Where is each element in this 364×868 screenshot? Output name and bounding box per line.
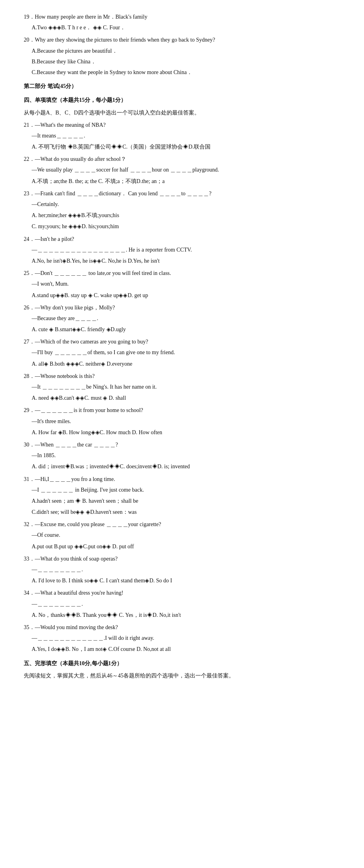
q26-options: A. cute ◈ B.smart◈◈C. friendly ◈D.ugly xyxy=(24,324,340,334)
question-32: 32．—Excuse me, could you please ＿＿＿＿your… xyxy=(24,519,340,551)
q34-answer: —＿＿＿＿＿＿＿＿. xyxy=(24,599,340,609)
q26-answer: —Because they are＿＿＿＿. xyxy=(24,313,340,323)
q31-optionsB: C.didn't see; will be◈◈ ◈D.haven't seen：… xyxy=(24,507,340,517)
q31-answer: —I ＿＿＿＿＿＿ in Beijing. I've just come bac… xyxy=(24,485,340,495)
q20-optionC: C.Because they want the people in Sydney… xyxy=(32,67,340,77)
q21-answer: —It means＿＿＿＿＿. xyxy=(24,131,340,141)
q25-text: 25．—Don't ＿＿＿＿＿＿ too late,or you will fe… xyxy=(24,268,340,278)
q23-optionsA: A. her;mine;her ◈◈◈B.不填;yours;his xyxy=(24,210,340,220)
q23-text: 23．—Frank can't find ＿＿＿＿dictionary． Can… xyxy=(24,189,340,198)
question-20: 20．Why are they showing the pictures to … xyxy=(24,35,340,77)
section2-header: 第二部分 笔试(45分） xyxy=(24,81,340,91)
q34-text: 34．—What a beautiful dress you're having… xyxy=(24,588,340,598)
q28-text: 28．—Whose notebook is this? xyxy=(24,371,340,381)
q31-optionsA: A.hadn't seen；am ◈ B. haven't seen；shall… xyxy=(24,496,340,506)
question-26: 26．—Why don't you like pigs，Molly? —Beca… xyxy=(24,303,340,335)
question-35: 35．—Would you mind moving the desk? —＿＿＿… xyxy=(24,622,340,654)
q32-options: A.put out B.put up ◈◈C.put on◈◈ D. put o… xyxy=(24,542,340,551)
page-content: 19．How many people are there in Mr．Black… xyxy=(24,12,340,681)
q24-options: A.No, he isn't◈B.Yes, he is◈◈C. No,he is… xyxy=(24,256,340,266)
q30-options: A. did；invent◈B.was；invented◈◈C. does;in… xyxy=(24,462,340,471)
question-34: 34．—What a beautiful dress you're having… xyxy=(24,588,340,620)
q32-text: 32．—Excuse me, could you please ＿＿＿＿your… xyxy=(24,519,340,529)
section5-desc: 先阅读短文，掌握其大意，然后从46～45各题所给的四个选项中，选出一个最佳答案。 xyxy=(24,671,340,681)
question-21: 21．—What's the meaning of NBA? —It means… xyxy=(24,120,340,152)
q28-answer: —It ＿＿＿＿＿＿＿＿be Ning's. It has her name o… xyxy=(24,382,340,392)
q22-text: 22．—What do you usually do after school？ xyxy=(24,154,340,164)
q24-answer: —＿＿＿＿＿＿＿＿＿＿＿＿＿＿＿＿. He is a reporter from… xyxy=(24,245,340,255)
question-27: 27．—Which of the two cameras are you goi… xyxy=(24,337,340,369)
question-19: 19．How many people are there in Mr．Black… xyxy=(24,12,340,32)
question-24: 24．—Isn't he a pilot? —＿＿＿＿＿＿＿＿＿＿＿＿＿＿＿＿.… xyxy=(24,234,340,266)
q33-answer: —＿＿＿＿＿＿＿＿. xyxy=(24,565,340,574)
q21-options: A. 不明飞行物 ◈B.英国广播公司◈◈C.（美国）全国篮球协会◈D.联合国 xyxy=(24,142,340,152)
q25-answer: —I won't, Mum. xyxy=(24,279,340,289)
q20-text: 20．Why are they showing the pictures to … xyxy=(24,35,340,45)
q24-text: 24．—Isn't he a pilot? xyxy=(24,234,340,244)
section4-header: 四、单项填空（本题共15分，每小题1分） xyxy=(24,95,340,105)
q27-answer: —I'll buy ＿＿＿＿＿＿of them, so I can give o… xyxy=(24,347,340,357)
q23-answer: —Certainly. xyxy=(24,199,340,209)
question-31: 31．—Hi,I＿＿＿＿you fro a long time. —I ＿＿＿＿… xyxy=(24,474,340,517)
q30-answer: —In 1885. xyxy=(24,450,340,460)
q35-text: 35．—Would you mind moving the desk? xyxy=(24,622,340,632)
q22-answer: —We usually play ＿＿＿＿soccer for half ＿＿＿… xyxy=(24,165,340,175)
q25-options: A.stand up◈◈B. stay up ◈ C. wake up◈◈D. … xyxy=(24,290,340,300)
q32-answer: —Of course. xyxy=(24,530,340,540)
q31-text: 31．—Hi,I＿＿＿＿you fro a long time. xyxy=(24,474,340,484)
q20-optionA: A.Because the pictures are beautiful． xyxy=(32,46,340,56)
question-25: 25．—Don't ＿＿＿＿＿＿ too late,or you will fe… xyxy=(24,268,340,300)
q19-options: A.Two ◈◈◈B. T h r e e． ◈◈ C. Four． xyxy=(32,23,340,32)
question-30: 30．—When ＿＿＿＿the car ＿＿＿＿? —In 1885. A. … xyxy=(24,440,340,472)
section5-header: 五、完形填空（本题共10分,每小题1分） xyxy=(24,658,340,668)
q34-options: A. No，thanks◈◈B. Thank you◈◈ C. Yes，it i… xyxy=(24,610,340,620)
q27-options: A. all◈ B.both ◈◈◈C. neither◈ D.everyone xyxy=(24,359,340,369)
q35-answer: —＿＿＿＿＿＿＿＿＿＿＿＿.I will do it right away. xyxy=(24,633,340,643)
q21-text: 21．—What's the meaning of NBA? xyxy=(24,120,340,130)
q28-options: A. need ◈◈B.can't ◈◈C. must ◈ D. shall xyxy=(24,393,340,403)
q33-text: 33．—What do you think of soap operas? xyxy=(24,554,340,564)
section4-desc: 从每小题A、B、C、D四个选项中选出一个可以填入空白处的最佳答案。 xyxy=(24,108,340,118)
q22-options: A.不填；an;the B. the; a; the C. 不填;a；不填D.t… xyxy=(24,176,340,186)
q30-text: 30．—When ＿＿＿＿the car ＿＿＿＿? xyxy=(24,440,340,450)
q29-text: 29．—＿＿＿＿＿＿is it from your home to school… xyxy=(24,405,340,415)
question-29: 29．—＿＿＿＿＿＿is it from your home to school… xyxy=(24,405,340,437)
q33-options: A. I'd love to B. I think so◈◈ C. I can'… xyxy=(24,576,340,586)
q27-text: 27．—Which of the two cameras are you goi… xyxy=(24,337,340,347)
q29-answer: —It's three miles. xyxy=(24,416,340,426)
q29-options: A. How far ◈B. How long◈◈C. How much D. … xyxy=(24,427,340,437)
question-28: 28．—Whose notebook is this? —It ＿＿＿＿＿＿＿＿… xyxy=(24,371,340,403)
q26-text: 26．—Why don't you like pigs，Molly? xyxy=(24,303,340,313)
q23-optionsB: C. my;yours; he ◈◈◈D. his;yours;him xyxy=(24,221,340,231)
question-23: 23．—Frank can't find ＿＿＿＿dictionary． Can… xyxy=(24,189,340,232)
q19-text: 19．How many people are there in Mr．Black… xyxy=(24,12,340,22)
question-22: 22．—What do you usually do after school？… xyxy=(24,154,340,186)
question-33: 33．—What do you think of soap operas? —＿… xyxy=(24,554,340,586)
q20-optionB: B.Because they like China． xyxy=(32,57,340,67)
q35-options: A.Yes, I do◈◈B. No，I am not◈ C.Of course… xyxy=(24,644,340,654)
